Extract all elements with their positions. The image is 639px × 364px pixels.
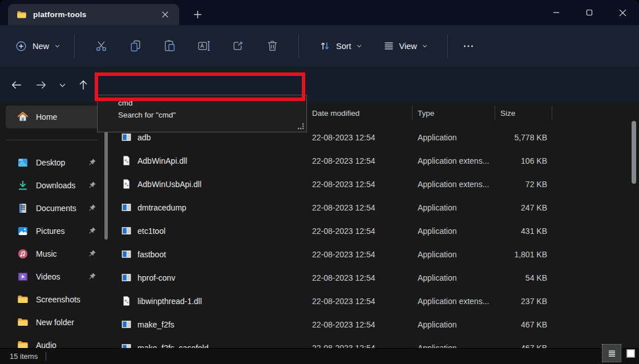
address-suggestions-dropdown: cmd Search for "cmd" [97, 95, 307, 132]
file-type: Application extens... [412, 297, 495, 306]
column-separator[interactable] [552, 106, 552, 120]
file-size: 106 KB [495, 156, 547, 165]
file-row-libwinpthread-1-dll[interactable]: libwinpthread-1.dll22-08-2023 12:54Appli… [114, 289, 639, 313]
sidebar-item-desktop[interactable]: Desktop [6, 151, 102, 174]
minimize-button[interactable] [540, 0, 573, 25]
application-file-icon [121, 272, 132, 283]
sidebar-item-screenshots[interactable]: Screenshots [6, 288, 102, 311]
resize-grip-icon[interactable] [297, 123, 305, 130]
share-button[interactable] [225, 33, 251, 59]
file-row-hprof-conv[interactable]: hprof-conv22-08-2023 12:54Application54 … [114, 266, 639, 289]
view-button[interactable]: View [377, 35, 434, 56]
file-row-adbwinapi-dll[interactable]: AdbWinApi.dll22-08-2023 12:54Application… [114, 149, 639, 172]
recent-locations-button[interactable] [55, 77, 69, 93]
column-header-size[interactable]: Size [495, 103, 552, 123]
toolbar-separator [447, 34, 448, 58]
file-type: Application [412, 273, 495, 282]
tab-platform-tools[interactable]: platform-tools [8, 4, 179, 25]
column-header-end [552, 103, 557, 123]
file-size: 1,801 KB [495, 250, 547, 259]
tab-close-button[interactable] [157, 7, 172, 22]
file-size: 431 KB [495, 227, 547, 236]
file-size: 467 KB [495, 343, 547, 349]
file-row-adbwinusbapi-dll[interactable]: AdbWinUsbApi.dll22-08-2023 12:54Applicat… [114, 172, 639, 196]
column-separator[interactable] [412, 106, 412, 120]
sidebar-item-label: Home [36, 112, 102, 122]
file-row-make-f2fs[interactable]: make_f2fs22-08-2023 12:54Application467 … [114, 313, 639, 336]
file-date-modified: 22-08-2023 12:54 [306, 203, 412, 212]
sidebar-item-videos[interactable]: Videos [6, 265, 102, 288]
sidebar-item-new-folder[interactable]: New folder [6, 311, 102, 334]
new-tab-button[interactable] [189, 6, 205, 22]
file-row-make-f2fs-casefold[interactable]: make_f2fs_casefold22-08-2023 12:54Applic… [114, 336, 639, 348]
file-explorer-window: platform-tools New [0, 0, 639, 364]
pictures-icon [17, 225, 29, 237]
file-name: dmtracedump [137, 203, 187, 212]
home-icon [17, 111, 29, 123]
forward-button[interactable] [33, 77, 49, 93]
sidebar-item-music[interactable]: Music [6, 242, 102, 265]
dll-file-icon [121, 179, 132, 189]
more-options-button[interactable] [457, 35, 480, 58]
copy-button[interactable] [122, 33, 148, 59]
delete-button[interactable] [259, 33, 285, 59]
maximize-button[interactable] [573, 0, 606, 25]
paste-button[interactable] [156, 33, 183, 59]
sidebar-item-audio[interactable]: Audio [6, 334, 102, 348]
application-file-icon [121, 225, 132, 236]
file-row-dmtracedump[interactable]: dmtracedump22-08-2023 12:54Application24… [114, 196, 639, 219]
file-row-etc1tool[interactable]: etc1tool22-08-2023 12:54Application431 K… [114, 219, 639, 242]
toolbar-separator [298, 34, 299, 58]
file-name: make_f2fs_casefold [137, 343, 209, 349]
application-file-icon [121, 132, 132, 143]
cut-button[interactable] [88, 33, 114, 59]
column-header-type[interactable]: Type [412, 103, 495, 123]
file-type: Application [412, 343, 495, 349]
videos-icon [17, 271, 29, 282]
desktop-icon [17, 157, 29, 168]
application-file-icon [121, 319, 132, 330]
file-type: Application [412, 250, 495, 259]
file-name: AdbWinApi.dll [137, 156, 187, 165]
column-header-date-modified[interactable]: Date modified [306, 103, 412, 123]
file-type: Application extens... [412, 156, 495, 165]
sidebar-item-downloads[interactable]: Downloads [6, 174, 102, 197]
file-row-fastboot[interactable]: fastboot22-08-2023 12:54Application1,801… [114, 242, 639, 266]
application-file-icon [121, 342, 132, 348]
application-file-icon [121, 202, 132, 213]
rename-button[interactable] [191, 33, 217, 59]
file-name: AdbWinUsbApi.dll [137, 180, 201, 189]
file-rows: adb22-08-2023 12:54Application5,778 KBAd… [114, 126, 639, 348]
pin-icon [88, 272, 96, 281]
file-size: 54 KB [495, 273, 547, 282]
chevron-down-icon [356, 43, 362, 49]
new-button[interactable]: New [10, 35, 65, 57]
large-icons-view-icon [625, 348, 636, 359]
sidebar-item-home[interactable]: Home [6, 106, 102, 128]
sort-icon [318, 39, 331, 52]
large-icons-view-toggle[interactable] [623, 346, 638, 361]
suggestion-item-cmd[interactable]: cmd [98, 95, 306, 108]
details-view-icon [607, 349, 617, 358]
column-separator[interactable] [495, 106, 495, 120]
suggestion-item-search[interactable]: Search for "cmd" [98, 108, 306, 122]
file-name: hprof-conv [137, 273, 175, 282]
view-button-label: View [399, 42, 417, 51]
music-icon [17, 248, 29, 260]
back-button[interactable] [9, 77, 25, 93]
application-file-icon [121, 249, 132, 260]
delete-icon [265, 39, 280, 53]
details-view-toggle[interactable] [602, 345, 621, 362]
sidebar-item-documents[interactable]: Documents [6, 197, 102, 220]
file-name: make_f2fs [137, 320, 175, 329]
sort-button[interactable]: Sort [313, 35, 368, 57]
new-button-label: New [33, 42, 49, 51]
copy-icon [128, 39, 143, 53]
file-list-scrollbar[interactable] [632, 121, 636, 184]
sidebar-item-label: Audio [36, 341, 102, 348]
sidebar-item-pictures[interactable]: Pictures [6, 220, 102, 242]
up-button[interactable] [75, 77, 91, 93]
sidebar-scrollbar[interactable] [104, 117, 108, 240]
close-button[interactable] [606, 0, 639, 25]
file-date-modified: 22-08-2023 12:54 [306, 297, 412, 306]
